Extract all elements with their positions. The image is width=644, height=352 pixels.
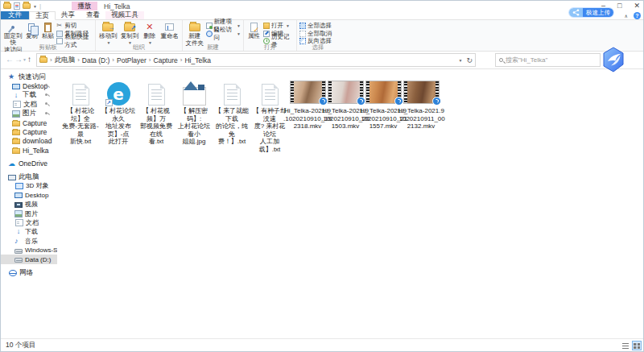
- cut-button[interactable]: 剪切: [56, 23, 93, 30]
- breadcrumb-hi-telka[interactable]: Hi_Telka: [184, 56, 211, 64]
- help-icon[interactable]: ?: [634, 12, 641, 19]
- open-icon: [263, 23, 270, 29]
- close-button[interactable]: ✕: [634, 2, 640, 10]
- sidebar-item-music[interactable]: ♪ 音乐: [1, 237, 57, 246]
- sidebar-item-pc-downloads[interactable]: ↓ 下载: [1, 227, 57, 236]
- recent-locations-caret-icon[interactable]: ▼: [23, 57, 27, 62]
- tab-video-tools[interactable]: 视频工具: [105, 11, 144, 19]
- ribbon-group-select: 全部选择 全部取消 反向选择 选择: [297, 20, 339, 51]
- new-group-label: 新建: [183, 43, 243, 51]
- drive-icon: [14, 249, 23, 254]
- file-list-area[interactable]: 【 村花论坛】全免费-无套路-最新快.txt e ↗ 【 村花论坛永久地址发布页…: [57, 69, 643, 338]
- quick-access-star-icon: ★: [8, 73, 16, 81]
- rename-button[interactable]: 重命名: [159, 22, 180, 39]
- select-none-button[interactable]: 全部取消: [299, 31, 332, 38]
- tab-share[interactable]: 共享: [56, 11, 80, 19]
- 3d-objects-icon: [15, 183, 23, 189]
- breadcrumb-data-d[interactable]: Data (D:): [82, 56, 109, 64]
- search-input[interactable]: 搜索"Hi_Telka": [495, 53, 601, 67]
- sidebar-item-data-d[interactable]: Data (D:): [1, 255, 57, 263]
- move-to-button[interactable]: → 移动到▼: [98, 22, 118, 46]
- properties-button[interactable]: 属性: [246, 22, 262, 39]
- sidebar-item-hi-telka[interactable]: Hi_Telka: [1, 146, 57, 155]
- sidebar-item-pc-pictures[interactable]: 图片: [1, 209, 57, 217]
- breadcrumb-potplayer[interactable]: PotPlayer: [117, 56, 147, 64]
- sidebar-item-pc-desktop[interactable]: Desktop: [1, 191, 57, 200]
- address-bar[interactable]: › 此电脑 › Data (D:) › PotPlayer › Capture …: [36, 53, 476, 67]
- file-item-txt-1[interactable]: 【 村花论坛】全免费-无套路-最新快.txt: [62, 77, 99, 153]
- file-item-video-3[interactable]: Hi_Telka-2021.9.1020210910_211557.mkv: [365, 77, 402, 153]
- tab-home[interactable]: 主页: [29, 11, 56, 20]
- thumbnail-view-icon: [634, 343, 640, 349]
- qat-properties-icon[interactable]: [14, 2, 20, 10]
- thumbnail-view-button[interactable]: [632, 341, 642, 350]
- contextual-tool-header: 播放: [72, 2, 97, 10]
- sidebar-item-quick-access[interactable]: ★ 快速访问: [1, 72, 57, 81]
- easy-access-button[interactable]: 轻松访问 ▼: [206, 31, 241, 38]
- file-item-url-shortcut[interactable]: e ↗ 【 村花论坛永久地址发布页】-点此打开: [100, 77, 137, 153]
- select-all-button[interactable]: 全部选择: [299, 23, 332, 30]
- breadcrumb-this-pc[interactable]: 此电脑: [55, 56, 76, 65]
- sidebar-item-downloads[interactable]: ↓ 下载: [1, 91, 57, 100]
- collapse-ribbon-icon[interactable]: ∧: [625, 13, 628, 19]
- open-button[interactable]: 打开 ▼: [263, 23, 294, 30]
- details-view-button[interactable]: [621, 341, 630, 350]
- delete-button[interactable]: ✕ 删除▼: [141, 22, 158, 46]
- overlay-upload-badge[interactable]: 极速上传: [569, 8, 613, 17]
- copy-to-button[interactable]: ↗ 复制到▼: [120, 22, 140, 46]
- qat-folder-icon[interactable]: [3, 3, 11, 9]
- qat-new-folder-icon[interactable]: [23, 3, 31, 9]
- pin-icon: [7, 22, 19, 32]
- forward-icon[interactable]: →: [14, 55, 23, 64]
- address-dropdown-caret-icon[interactable]: ▼: [459, 58, 463, 63]
- maximize-button[interactable]: □: [617, 2, 621, 10]
- sidebar-item-windows-ssd-c[interactable]: Windows-SSD (C:): [1, 246, 57, 255]
- tab-file[interactable]: 文件: [1, 11, 29, 19]
- sidebar-item-download-folder[interactable]: download: [1, 137, 57, 146]
- back-icon[interactable]: ←: [6, 55, 14, 64]
- file-item-video-4[interactable]: Hi_Telka-2021.9.1020210911_002132.mkv: [402, 77, 440, 153]
- up-icon[interactable]: ↑: [27, 55, 31, 64]
- new-folder-icon: [189, 22, 200, 32]
- tab-view[interactable]: 查看: [80, 11, 105, 19]
- downloads-icon: ↓: [14, 228, 23, 235]
- file-grid: 【 村花论坛】全免费-无套路-最新快.txt e ↗ 【 村花论坛永久地址发布页…: [62, 77, 440, 153]
- sidebar-item-this-pc[interactable]: 此电脑: [1, 172, 57, 181]
- sidebar-item-pictures[interactable]: 图片: [1, 110, 57, 118]
- copy-button[interactable]: 复制: [24, 22, 39, 39]
- address-folder-icon: [39, 57, 47, 63]
- documents-icon: [13, 101, 21, 108]
- sidebar-item-documents[interactable]: 文档: [1, 100, 57, 109]
- quick-access-toolbar: ▼ |: [3, 2, 41, 10]
- video-thumbnail: [290, 81, 326, 104]
- copy-path-icon: [56, 31, 63, 37]
- select-all-icon: [299, 23, 306, 29]
- paste-button[interactable]: 粘贴: [40, 22, 55, 39]
- floating-downloader-overlay-icon[interactable]: [600, 46, 627, 73]
- overlay-upload-badge-label: 极速上传: [583, 8, 613, 17]
- file-item-txt-2[interactable]: 【 村花视频】万部视频免费在线看.txt: [138, 77, 175, 153]
- new-folder-label-1: 新建: [188, 33, 200, 39]
- sidebar-item-videos[interactable]: 视频: [1, 200, 57, 209]
- file-item-txt-3[interactable]: 【 来了就能下载的论坛，纯免费！】.txt: [213, 77, 250, 153]
- folder-icon: [12, 148, 20, 154]
- file-item-jpg[interactable]: 【 解压密码】:上村花论坛看小姐姐.jpg: [175, 77, 213, 153]
- sidebar-item-capture-1[interactable]: Capture: [1, 118, 57, 127]
- sidebar-item-pc-documents[interactable]: 文档: [1, 218, 57, 227]
- ribbon-group-organize: → 移动到▼ ↗ 复制到▼ ✕ 删除▼ 重命名 组织: [96, 20, 183, 51]
- this-pc-icon: [8, 175, 16, 180]
- refresh-icon[interactable]: ↻: [466, 56, 473, 64]
- sidebar-item-network[interactable]: 网络: [1, 268, 57, 277]
- qat-customize-caret-icon[interactable]: ▼: [33, 4, 37, 9]
- music-icon: ♪: [14, 238, 23, 245]
- desktop-icon: [14, 193, 23, 198]
- sidebar-item-capture-2[interactable]: Capture: [1, 127, 57, 136]
- desktop-icon: [12, 84, 20, 89]
- shortcut-arrow-icon: ↗: [105, 99, 113, 106]
- navigation-pane: ★ 快速访问 Desktop ↓ 下载 文档 图片 Capture Captur…: [1, 69, 57, 338]
- sidebar-item-onedrive[interactable]: ☁ OneDrive: [1, 159, 57, 168]
- sidebar-item-desktop[interactable]: Desktop: [1, 81, 57, 90]
- image-file-icon: [183, 87, 206, 106]
- breadcrumb-capture[interactable]: Capture: [154, 56, 178, 64]
- sidebar-item-3d-objects[interactable]: 3D 对象: [1, 181, 57, 190]
